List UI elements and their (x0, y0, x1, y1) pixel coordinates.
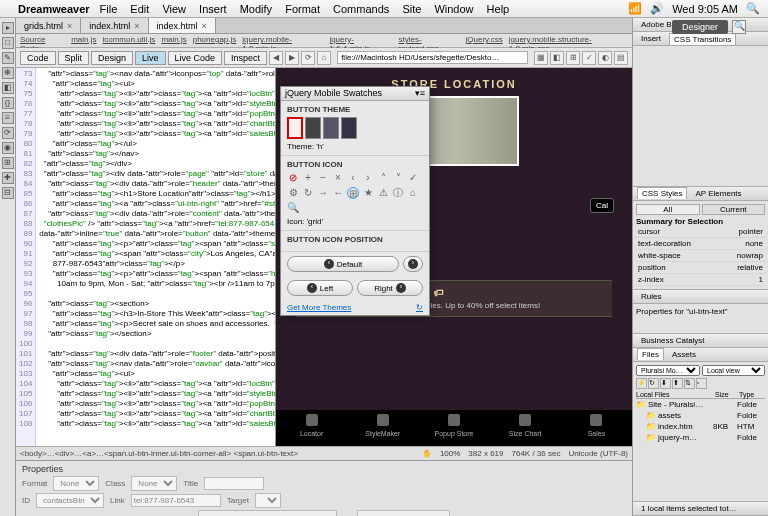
related-file[interactable]: phonegap.js (193, 35, 237, 46)
business-catalyst-panel[interactable]: Business Catalyst (637, 335, 709, 346)
toolbar-icon[interactable]: ◐ (598, 51, 612, 65)
page-properties-button[interactable]: Page Properties… (198, 510, 337, 516)
nav-locator[interactable]: Locator (276, 410, 347, 446)
info-icon[interactable]: ⓘ (392, 187, 404, 199)
file-tree-item[interactable]: 📁Site - Pluralsi…Folde (636, 399, 765, 410)
code-view-button[interactable]: Code (20, 51, 56, 65)
sync-icon[interactable]: ⇅ (684, 378, 695, 389)
id-select[interactable]: contactsBtn (36, 493, 104, 508)
check-icon[interactable]: ✓ (407, 172, 419, 184)
nav-popup[interactable]: Popup Store (418, 410, 489, 446)
tool-icon[interactable]: ✚ (2, 172, 14, 184)
left-position-button[interactable]: ‹Left (287, 280, 353, 296)
tool-icon[interactable]: ◧ (2, 82, 14, 94)
tool-icon[interactable]: ⊟ (2, 187, 14, 199)
file-tree-item[interactable]: 📁index.htm8KBHTM (636, 421, 765, 432)
clock[interactable]: Wed 9:05 AM (672, 3, 738, 15)
toolbar-icon[interactable]: ✓ (582, 51, 596, 65)
grid-icon-selected[interactable]: ⊞ (347, 187, 359, 199)
related-file[interactable]: jquery.mobile.structure-1.0.min.css (509, 35, 628, 46)
related-file[interactable]: Source Code (20, 35, 65, 46)
tool-icon[interactable]: ❋ (2, 67, 14, 79)
search-icon[interactable]: 🔍 (287, 202, 299, 214)
search-icon[interactable]: 🔍 (732, 20, 746, 34)
plus-icon[interactable]: + (302, 172, 314, 184)
assets-tab[interactable]: Assets (668, 349, 700, 360)
volume-icon[interactable]: 🔊 (650, 2, 664, 15)
related-file[interactable]: main.js (71, 35, 96, 46)
window-size[interactable]: 382 x 619 (468, 449, 503, 458)
spotlight-icon[interactable]: 🔍 (746, 2, 760, 15)
refresh-icon[interactable]: ↻ (648, 378, 659, 389)
tool-icon[interactable]: □ (2, 37, 14, 49)
theme-swatch[interactable] (305, 117, 321, 139)
related-file[interactable]: jQuery.css (466, 35, 503, 46)
tool-icon[interactable]: ◉ (2, 142, 14, 154)
title-field[interactable] (204, 477, 264, 490)
theme-swatch[interactable] (341, 117, 357, 139)
theme-swatch-selected[interactable] (287, 117, 303, 139)
menu-site[interactable]: Site (402, 3, 421, 15)
zoom-level[interactable]: 100% (440, 449, 460, 458)
related-file[interactable]: styles-revised.css (399, 35, 460, 46)
insert-tab[interactable]: Insert (637, 33, 665, 44)
arrow-d-icon[interactable]: ˅ (392, 172, 404, 184)
menu-file[interactable]: File (100, 3, 118, 15)
live-view-button[interactable]: Live (135, 51, 166, 65)
file-tree-item[interactable]: 📁assetsFolde (636, 410, 765, 421)
refresh-icon[interactable]: ↻ (302, 187, 314, 199)
arrow-u-icon[interactable]: ˄ (377, 172, 389, 184)
get-icon[interactable]: ⬇ (660, 378, 671, 389)
css-transitions-tab[interactable]: CSS Transitions (669, 33, 736, 45)
nav-sizechart[interactable]: Size Chart (490, 410, 561, 446)
forward-icon[interactable]: ▶ (285, 51, 299, 65)
tag-selector[interactable]: <body>…<div>…<a>…<span.ui-btn-inner.ui-b… (20, 449, 298, 458)
inspect-button[interactable]: Inspect (224, 51, 267, 65)
list-item-button[interactable]: List Item… (357, 510, 451, 516)
gear-icon[interactable]: ⚙ (287, 187, 299, 199)
refresh-icon[interactable]: ↻ (416, 303, 423, 312)
link-field[interactable] (131, 494, 221, 507)
toolbar-icon[interactable]: ◧ (550, 51, 564, 65)
alert-icon[interactable]: ⚠ (377, 187, 389, 199)
toolbar-icon[interactable]: ⊞ (566, 51, 580, 65)
files-tab[interactable]: Files (637, 348, 664, 360)
star-icon[interactable]: ★ (362, 187, 374, 199)
hand-icon[interactable]: ✋ (422, 449, 432, 458)
nav-sales[interactable]: Sales (561, 410, 632, 446)
doc-tab[interactable]: grids.html× (16, 18, 81, 33)
arrow-r-icon[interactable]: › (362, 172, 374, 184)
menu-insert[interactable]: Insert (199, 3, 227, 15)
tool-icon[interactable]: ≡ (2, 112, 14, 124)
minus-icon[interactable]: − (317, 172, 329, 184)
nav-stylemaker[interactable]: StyleMaker (347, 410, 418, 446)
menu-help[interactable]: Help (487, 3, 510, 15)
back-icon[interactable]: ◀ (269, 51, 283, 65)
close-icon[interactable]: × (67, 21, 72, 31)
class-select[interactable]: None (131, 476, 177, 491)
back-icon[interactable]: ← (332, 187, 344, 199)
home-icon[interactable]: ⌂ (407, 187, 419, 199)
arrow-button[interactable]: › (403, 256, 423, 272)
file-tree-item[interactable]: 📁jquery-m…Folde (636, 432, 765, 443)
forward-icon[interactable]: → (317, 187, 329, 199)
split-view-button[interactable]: Split (58, 51, 90, 65)
close-icon[interactable]: × (202, 21, 207, 31)
menu-view[interactable]: View (162, 3, 186, 15)
put-icon[interactable]: ⬆ (672, 378, 683, 389)
connect-icon[interactable]: ⚡ (636, 378, 647, 389)
site-dropdown[interactable]: Pluralsi Mo… (636, 365, 700, 376)
panel-menu-icon[interactable]: ▾≡ (415, 88, 425, 99)
home-icon[interactable]: ⌂ (317, 51, 331, 65)
refresh-icon[interactable]: ⟳ (301, 51, 315, 65)
tool-icon[interactable]: {} (2, 97, 14, 109)
arrow-l-icon[interactable]: ‹ (347, 172, 359, 184)
address-field[interactable] (337, 51, 528, 64)
css-styles-tab[interactable]: CSS Styles (637, 187, 687, 199)
target-select[interactable] (255, 493, 281, 508)
tool-icon[interactable]: ✎ (2, 52, 14, 64)
close-icon[interactable]: × (134, 21, 139, 31)
tool-icon[interactable]: ⊞ (2, 157, 14, 169)
current-button[interactable]: Current (702, 204, 766, 215)
related-file[interactable]: jquery-1.6.4.min.js (329, 35, 392, 46)
